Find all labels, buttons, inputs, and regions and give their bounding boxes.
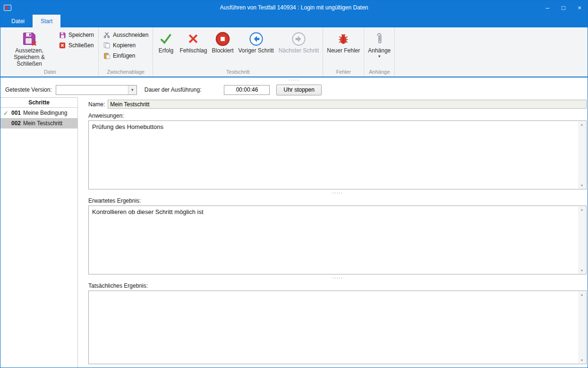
title-bar: Ausführen von Testfall 140934 : Login mi… [0, 0, 588, 15]
vertical-splitter[interactable] [78, 97, 83, 368]
steps-sidebar: Schritte ✓ 001 Meine Bedingung 002 Mein … [0, 97, 78, 368]
tab-datei[interactable]: Datei [3, 15, 33, 27]
anhaenge-button[interactable]: Anhänge ▾ [366, 28, 393, 59]
getestete-version-combobox[interactable]: ▾ [56, 85, 137, 95]
voriger-schritt-label: Voriger Schritt [238, 48, 273, 54]
bug-icon [337, 30, 350, 48]
app-window: Ausführen von Testfall 140934 : Login mi… [0, 0, 588, 368]
ribbon-group-anhaenge: Anhänge ▾ Anhänge [364, 27, 395, 77]
anhaenge-dropdown-caret-icon[interactable]: ▾ [378, 54, 381, 58]
erwartetes-ergebnis-text: Kontrollieren ob dieser Schritt möglich … [92, 208, 204, 215]
ribbon-group-label-fehler: Fehler [324, 68, 362, 77]
neuer-fehler-button[interactable]: Neuer Fehler [324, 28, 362, 55]
save-and-close-icon [22, 30, 37, 48]
step-number: 001 [11, 110, 21, 116]
ribbon-group-zwischenablage: Ausschneiden Kopieren [99, 27, 153, 77]
erwartetes-scrollbar[interactable]: ▲ ▼ [578, 206, 586, 274]
ribbon-group-zwischenablage-content: Ausschneiden Kopieren [100, 28, 151, 68]
next-step-icon [291, 30, 306, 48]
maximize-button[interactable]: □ [555, 0, 571, 15]
main-area: Schritte ✓ 001 Meine Bedingung 002 Mein … [0, 97, 588, 368]
datei-small-buttons: Speichern Schließen [56, 28, 97, 51]
fehlschlag-button[interactable]: Fehlschlag [177, 28, 209, 55]
naechster-schritt-button: Nächster Schritt [276, 28, 321, 55]
dauer-label: Dauer der Ausführung: [145, 86, 202, 93]
anweisungen-text: Prüfung des Homebuttons [92, 123, 163, 130]
scroll-down-icon[interactable]: ▼ [580, 182, 584, 188]
ribbon-group-datei-content: Aussetzen, Speichern & Schließen Sp [3, 28, 97, 68]
erwartetes-ergebnis-textarea[interactable]: Kontrollieren ob dieser Schritt möglich … [88, 205, 587, 274]
ribbon-group-testschritt: Erfolg Fehlschlag [153, 27, 323, 77]
name-input[interactable] [108, 100, 587, 109]
success-check-icon [159, 30, 173, 48]
toolbar: Getestete Version: ▾ Dauer der Ausführun… [0, 82, 588, 97]
voriger-schritt-button[interactable]: Voriger Schritt [236, 28, 276, 55]
speichern-button[interactable]: Speichern [56, 30, 97, 40]
kopieren-label: Kopieren [113, 42, 136, 49]
ausschneiden-button[interactable]: Ausschneiden [100, 30, 151, 40]
step-item-001[interactable]: ✓ 001 Meine Bedingung [0, 108, 77, 118]
ribbon-group-fehler-content: Neuer Fehler [324, 28, 362, 68]
copy-icon [103, 42, 111, 49]
scissors-icon [103, 31, 111, 39]
ribbon-group-fehler: Neuer Fehler Fehler [323, 27, 364, 77]
ribbon-group-label-testschritt: Testschritt [154, 68, 321, 77]
schliessen-button[interactable]: Schließen [56, 40, 96, 51]
step-item-002[interactable]: 002 Mein Testschritt [0, 118, 77, 128]
erfolg-label: Erfolg [159, 48, 173, 54]
anweisungen-label: Anweisungen: [88, 112, 587, 119]
paperclip-icon [374, 30, 384, 48]
tatsaechliches-scrollbar[interactable]: ▲ ▼ [578, 291, 586, 363]
neuer-fehler-label: Neuer Fehler [327, 48, 360, 54]
aussetzen-speichern-schliessen-button[interactable]: Aussetzen, Speichern & Schließen [3, 28, 56, 68]
minimize-button[interactable]: – [539, 0, 555, 15]
zwischenablage-buttons: Ausschneiden Kopieren [100, 28, 151, 61]
scroll-down-icon[interactable]: ▼ [580, 357, 584, 363]
section-splitter-handle[interactable]: ····· [88, 274, 587, 281]
dauer-input[interactable] [224, 85, 270, 95]
name-row: Name: [88, 100, 587, 109]
kopieren-button[interactable]: Kopieren [100, 40, 138, 51]
section-splitter-handle[interactable]: ····· [88, 189, 587, 196]
paste-icon [103, 52, 111, 60]
step-detail-panel: Name: Anweisungen: Prüfung des Homebutto… [83, 97, 588, 368]
fail-cross-icon [187, 30, 200, 48]
scroll-down-icon[interactable]: ▼ [580, 267, 584, 274]
anweisungen-textarea[interactable]: Prüfung des Homebuttons ▲ ▼ [88, 120, 587, 189]
ribbon-group-label-datei: Datei [3, 68, 97, 77]
ribbon: Aussetzen, Speichern & Schließen Sp [0, 27, 588, 77]
scroll-up-icon[interactable]: ▲ [580, 206, 584, 213]
combobox-dropdown-icon[interactable]: ▾ [128, 86, 136, 94]
scroll-up-icon[interactable]: ▲ [580, 291, 584, 298]
aussetzen-label: Aussetzen, Speichern & Schließen [5, 48, 53, 67]
blockiert-label: Blockiert [212, 48, 233, 54]
einfuegen-label: Einfügen [113, 52, 135, 59]
name-label: Name: [88, 101, 105, 108]
anweisungen-scrollbar[interactable]: ▲ ▼ [578, 121, 586, 188]
getestete-version-label: Getestete Version: [5, 86, 52, 93]
blockiert-button[interactable]: Blockiert [209, 28, 236, 55]
step-passed-check-icon: ✓ [3, 110, 11, 117]
einfuegen-button[interactable]: Einfügen [100, 51, 138, 61]
step-label: Mein Testschritt [23, 120, 62, 127]
step-number: 002 [11, 120, 21, 127]
naechster-schritt-label: Nächster Schritt [279, 48, 319, 54]
erwartetes-ergebnis-label: Erwartetes Ergebnis: [88, 197, 587, 204]
save-icon [59, 31, 66, 39]
fehlschlag-label: Fehlschlag [179, 48, 207, 54]
ausschneiden-label: Ausschneiden [113, 32, 148, 38]
erfolg-button[interactable]: Erfolg [154, 28, 177, 55]
uhr-stoppen-button[interactable]: Uhr stoppen [276, 85, 321, 95]
close-button[interactable]: × [571, 0, 588, 15]
tatsaechliches-ergebnis-textarea[interactable]: ▲ ▼ [88, 291, 587, 364]
tab-start[interactable]: Start [33, 15, 60, 27]
getestete-version-input[interactable] [56, 86, 128, 94]
ribbon-group-datei: Aussetzen, Speichern & Schließen Sp [1, 27, 99, 77]
scroll-up-icon[interactable]: ▲ [580, 121, 584, 128]
window-controls: – □ × [539, 0, 588, 15]
ribbon-group-label-anhaenge: Anhänge [366, 68, 393, 77]
anhaenge-label: Anhänge [368, 48, 391, 54]
schliessen-label: Schließen [68, 42, 94, 49]
ribbon-splitter-handle[interactable]: ····· [0, 77, 588, 82]
window-title: Ausführen von Testfall 140934 : Login mi… [0, 4, 588, 11]
